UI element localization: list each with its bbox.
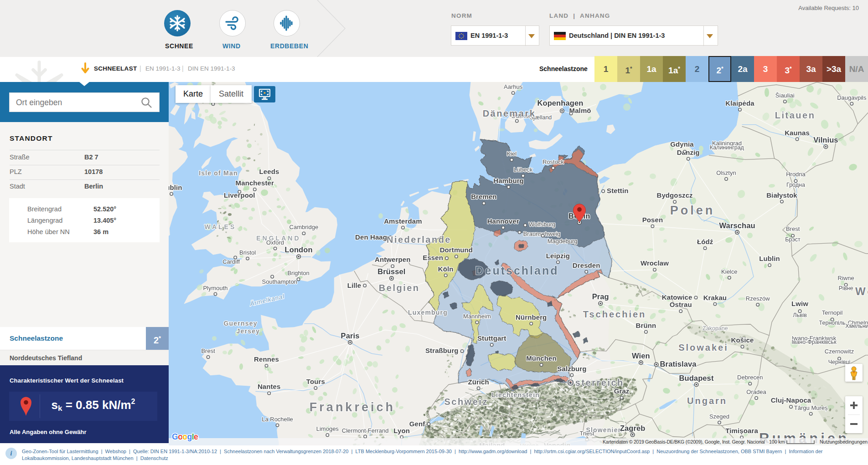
svg-text:ENGLAND: ENGLAND [256, 235, 300, 242]
svg-text:Wolfsburg: Wolfsburg [529, 221, 555, 228]
svg-text:Брэст: Брэст [785, 236, 801, 243]
svg-text:Leipzig: Leipzig [546, 252, 570, 260]
svg-text:Warschau: Warschau [719, 221, 755, 230]
svg-text:Kaunas: Kaunas [785, 129, 810, 137]
svg-text:Lwiw: Lwiw [791, 300, 808, 307]
svg-text:Frankreich: Frankreich [310, 400, 395, 414]
svg-text:Brest: Brest [786, 225, 800, 232]
svg-text:Paris: Paris [341, 332, 360, 340]
svg-text:Brest: Brest [201, 347, 215, 354]
svg-text:Leeds: Leeds [259, 168, 279, 175]
svg-text:Vilnius: Vilnius [813, 136, 838, 144]
svg-text:Stuttgart: Stuttgart [477, 334, 506, 342]
svg-text:Antwerpen: Antwerpen [375, 255, 410, 263]
svg-text:Slowakei: Slowakei [678, 342, 728, 353]
svg-text:Debrecen: Debrecen [737, 374, 763, 381]
svg-text:Bydgoszcz: Bydgoszcz [656, 191, 692, 199]
svg-text:Lyon: Lyon [393, 427, 410, 434]
svg-text:Cardiff: Cardiff [222, 258, 240, 265]
svg-text:Wien: Wien [632, 352, 650, 360]
svg-text:Zagreb: Zagreb [620, 424, 646, 432]
svg-text:Івано-Франківськ: Івано-Франківськ [791, 339, 837, 345]
svg-text:Limoges: Limoges [316, 425, 339, 432]
svg-text:Guernsey: Guernsey [224, 320, 258, 327]
svg-text:Southampton: Southampton [262, 278, 297, 285]
svg-text:Cluj-Napoca: Cluj-Napoca [771, 396, 811, 404]
svg-text:Košice: Košice [731, 336, 754, 344]
svg-text:Straßburg: Straßburg [425, 347, 459, 354]
svg-text:Hamburg: Hamburg [493, 177, 524, 184]
svg-text:Kielce: Kielce [721, 268, 737, 275]
svg-text:Rzeszów: Rzeszów [746, 295, 770, 302]
svg-text:Dänemark: Dänemark [483, 108, 536, 118]
svg-text:Prag: Prag [592, 292, 609, 301]
svg-text:Тернопіль: Тернопіль [819, 320, 846, 326]
svg-text:Oradea: Oradea [746, 388, 766, 395]
svg-text:Nantes: Nantes [258, 383, 281, 390]
svg-text:Posen: Posen [642, 216, 663, 224]
svg-text:Cambridge: Cambridge [289, 224, 319, 230]
svg-text:Salzburg: Salzburg [557, 365, 586, 373]
svg-text:Plymouth: Plymouth [203, 285, 227, 291]
svg-text:Lublin: Lublin [759, 255, 780, 262]
svg-text:Львів: Львів [793, 312, 807, 318]
svg-text:Budapest: Budapest [679, 374, 714, 382]
svg-text:Bratislava: Bratislava [660, 360, 697, 368]
svg-text:Isle of Man: Isle of Man [199, 169, 238, 177]
svg-text:Jersey: Jersey [237, 327, 260, 335]
svg-text:Kiel: Kiel [507, 150, 517, 157]
svg-text:Köln: Köln [438, 265, 454, 273]
svg-text:Dortmund: Dortmund [440, 246, 473, 254]
svg-text:Ungarn: Ungarn [687, 396, 727, 406]
svg-text:Daugavpils: Daugavpils [837, 94, 867, 101]
svg-text:Nürnberg: Nürnberg [516, 313, 547, 321]
svg-text:Aarhus: Aarhus [504, 83, 523, 90]
svg-text:Brüssel: Brüssel [377, 267, 405, 276]
svg-text:Polen: Polen [670, 204, 715, 217]
svg-text:Magdeburg: Magdeburg [548, 238, 578, 245]
svg-text:Timișoara: Timișoara [725, 427, 758, 434]
svg-text:Hannover: Hannover [487, 217, 519, 225]
svg-text:Łódź: Łódź [697, 238, 713, 245]
svg-text:Lübeck: Lübeck [513, 166, 532, 173]
svg-text:Târgu Mureș: Târgu Mureș [794, 404, 828, 411]
svg-text:Ostrau: Ostrau [670, 301, 692, 308]
svg-text:Graz: Graz [614, 387, 630, 395]
svg-text:Katowice: Katowice [662, 293, 692, 301]
svg-text:Amsterdam: Amsterdam [384, 217, 422, 225]
svg-text:Den Haag: Den Haag [355, 233, 387, 241]
svg-text:Ternopil: Ternopil [822, 309, 843, 316]
svg-text:Belgien: Belgien [379, 283, 420, 293]
svg-text:London: London [285, 245, 313, 254]
svg-text:Genf: Genf [409, 420, 425, 428]
svg-text:Niederlande: Niederlande [387, 235, 451, 245]
svg-text:Bristol: Bristol [239, 249, 256, 256]
svg-text:Danzig: Danzig [677, 148, 700, 156]
svg-text:Riwne: Riwne [838, 275, 854, 281]
svg-text:Brünn: Brünn [636, 322, 656, 329]
svg-text:Dublin: Dublin [169, 184, 182, 191]
svg-text:Deutschland: Deutschland [475, 264, 558, 277]
svg-text:Gdynia: Gdynia [670, 140, 694, 148]
svg-text:Šiauliai: Šiauliai [775, 92, 795, 99]
svg-text:Zakopane: Zakopane [703, 325, 728, 332]
svg-text:Österreich: Österreich [567, 378, 624, 388]
svg-text:Rostock: Rostock [542, 158, 564, 165]
svg-text:Рівне: Рівне [839, 285, 853, 291]
svg-text:Google: Google [172, 432, 198, 441]
svg-text:Dresden: Dresden [573, 261, 600, 269]
svg-text:Wei: Wei [855, 285, 868, 297]
svg-text:Хмельницький: Хмельницький [845, 323, 868, 329]
svg-text:Hrodna: Hrodna [786, 171, 806, 178]
svg-text:Szeged: Szeged [709, 413, 729, 420]
svg-text:Bremen: Bremen [471, 193, 496, 200]
svg-text:Brighton: Brighton [287, 270, 309, 276]
svg-text:La Rochelle: La Rochelle [262, 416, 293, 423]
svg-text:Clermont-Ferrand: Clermont-Ferrand [342, 427, 389, 434]
svg-text:WALES: WALES [205, 223, 237, 230]
svg-text:Калининград: Калининград [710, 144, 744, 151]
svg-text:Гродна: Гродна [786, 182, 805, 188]
svg-text:Manchester: Manchester [236, 179, 274, 187]
svg-text:Slowenien: Slowenien [586, 426, 622, 434]
svg-text:Kopenhagen: Kopenhagen [537, 99, 583, 107]
